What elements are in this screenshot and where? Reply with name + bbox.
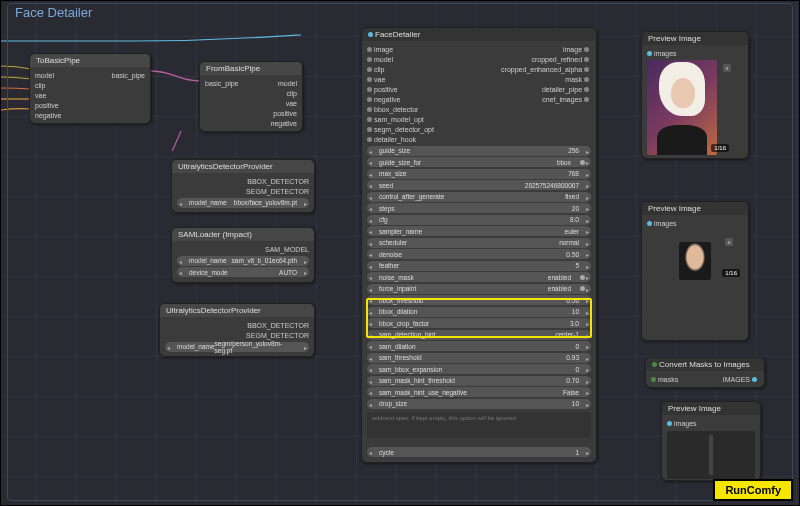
node-header[interactable]: Preview Image bbox=[642, 202, 748, 215]
param-label: model_name bbox=[177, 343, 215, 350]
param-cfg[interactable]: ◂cfg8.0▸ bbox=[367, 215, 591, 225]
param-value: sam_vit_b_01ec64.pth bbox=[232, 257, 297, 264]
node-ultralytics-2[interactable]: UltralyticsDetectorProvider BBOX_DETECTO… bbox=[159, 303, 315, 357]
param-label: scheduler bbox=[379, 239, 407, 246]
brand-badge: RunComfy bbox=[713, 479, 793, 501]
param-cycle[interactable]: ◂cycle1▸ bbox=[367, 447, 591, 457]
param-value: 10 bbox=[572, 400, 579, 407]
port-label: negative bbox=[271, 120, 297, 127]
param-label: guide_size bbox=[379, 147, 410, 154]
param-sam-mask-hint-use-negative[interactable]: ◂sam_mask_hint_use_negativeFalse▸ bbox=[367, 387, 591, 397]
node-ultralytics-1[interactable]: UltralyticsDetectorProvider BBOX_DETECTO… bbox=[171, 159, 315, 213]
preview-image[interactable] bbox=[647, 60, 717, 155]
param-value: 768 bbox=[568, 170, 579, 177]
param-force-inpaint[interactable]: ◂force_inpaintenabled▸ bbox=[367, 284, 591, 294]
image-counter: 1/16 bbox=[722, 269, 740, 277]
param-label: force_inpaint bbox=[379, 285, 416, 292]
node-frombasicpipe[interactable]: FromBasicPipe basic_pipemodel clip vae p… bbox=[199, 61, 303, 132]
param-guide-size-for[interactable]: ◂guide_size_forbbox▸ bbox=[367, 157, 591, 167]
param-value: 0 bbox=[575, 366, 579, 373]
param-value: 10 bbox=[572, 308, 579, 315]
image-counter: 1/16 bbox=[711, 144, 729, 152]
node-facedetailer[interactable]: FaceDetailer imageimage modelcropped_ref… bbox=[361, 27, 597, 463]
param-scheduler[interactable]: ◂schedulernormal▸ bbox=[367, 238, 591, 248]
port-label: images bbox=[654, 50, 677, 57]
param-model-name[interactable]: ◂model_namesegm/person_yolov8m-seg.pt▸ bbox=[165, 342, 309, 352]
param-value: 8.0 bbox=[570, 216, 579, 223]
close-icon[interactable]: x bbox=[725, 238, 733, 246]
preview-image[interactable] bbox=[679, 242, 711, 280]
param-value: normal bbox=[559, 239, 579, 246]
param-sam-bbox-expansion[interactable]: ◂sam_bbox_expansion0▸ bbox=[367, 364, 591, 374]
node-header[interactable]: ToBasicPipe bbox=[30, 54, 150, 67]
port-label: image bbox=[367, 46, 393, 53]
param-value: fixed bbox=[565, 193, 579, 200]
param-noise-mask[interactable]: ◂noise_maskenabled▸ bbox=[367, 272, 591, 282]
node-header[interactable]: FromBasicPipe bbox=[200, 62, 302, 75]
param-model-name[interactable]: ◂model_namesam_vit_b_01ec64.pth▸ bbox=[177, 256, 309, 266]
port-label: basic_pipe bbox=[112, 72, 145, 79]
param-bbox-threshold[interactable]: ◂bbox_threshold0.50▸ bbox=[367, 295, 591, 305]
param-sam-threshold[interactable]: ◂sam_threshold0.93▸ bbox=[367, 353, 591, 363]
param-bbox-crop-factor[interactable]: ◂bbox_crop_factor3.0▸ bbox=[367, 318, 591, 328]
port-label: basic_pipe bbox=[205, 80, 238, 87]
param-steps[interactable]: ◂steps20▸ bbox=[367, 203, 591, 213]
param-value: 20 bbox=[572, 205, 579, 212]
node-preview-2[interactable]: Preview Image images x 1/16 bbox=[641, 201, 749, 341]
node-header[interactable]: UltralyticsDetectorProvider bbox=[172, 160, 314, 173]
param-label: max_size bbox=[379, 170, 406, 177]
param-control-after-generate[interactable]: ◂control_after_generatefixed▸ bbox=[367, 192, 591, 202]
param-bbox-dilation[interactable]: ◂bbox_dilation10▸ bbox=[367, 307, 591, 317]
port-label: SAM_MODEL bbox=[265, 246, 309, 253]
param-guide-size[interactable]: ◂guide_size256▸ bbox=[367, 146, 591, 156]
param-max-size[interactable]: ◂max_size768▸ bbox=[367, 169, 591, 179]
node-preview-3[interactable]: Preview Image images bbox=[661, 401, 761, 481]
node-header[interactable]: Convert Masks to Images bbox=[646, 358, 764, 371]
node-tobasicpipe[interactable]: ToBasicPipe modelbasic_pipe clip vae pos… bbox=[29, 53, 151, 124]
port-label: SEGM_DETECTOR bbox=[246, 332, 309, 339]
port-label: sam_model_opt bbox=[367, 116, 424, 123]
param-label: sam_threshold bbox=[379, 354, 422, 361]
param-value: 0.50 bbox=[566, 297, 579, 304]
param-denoise[interactable]: ◂denoise0.50▸ bbox=[367, 249, 591, 259]
node-header[interactable]: Preview Image bbox=[642, 32, 748, 45]
port-label: model bbox=[367, 56, 393, 63]
node-convert-masks[interactable]: Convert Masks to Images masksIMAGES bbox=[645, 357, 765, 388]
port-label: clip bbox=[35, 82, 46, 89]
param-drop-size[interactable]: ◂drop_size10▸ bbox=[367, 399, 591, 409]
port-label: negative bbox=[367, 96, 400, 103]
param-label: model_name bbox=[189, 199, 227, 206]
wildcard-text[interactable]: wildcard spec; if kept empty, this optio… bbox=[367, 412, 591, 438]
param-value: bbox bbox=[557, 159, 571, 166]
param-sampler-name[interactable]: ◂sampler_nameeuler▸ bbox=[367, 226, 591, 236]
param-label: bbox_dilation bbox=[379, 308, 417, 315]
param-label: model_name bbox=[189, 257, 227, 264]
param-device-mode[interactable]: ◂device_modeAUTO▸ bbox=[177, 267, 309, 277]
port-label: masks bbox=[658, 376, 678, 383]
param-label: feather bbox=[379, 262, 399, 269]
node-header[interactable]: SAMLoader (Impact) bbox=[172, 228, 314, 241]
param-value: AUTO bbox=[279, 269, 297, 276]
param-label: bbox_threshold bbox=[379, 297, 423, 304]
preview-image-empty[interactable] bbox=[667, 431, 755, 479]
port-label: vae bbox=[367, 76, 385, 83]
param-value: 0.70 bbox=[566, 377, 579, 384]
param-feather[interactable]: ◂feather5▸ bbox=[367, 261, 591, 271]
node-header[interactable]: FaceDetailer bbox=[362, 28, 596, 41]
param-seed[interactable]: ◂seed282575246800007▸ bbox=[367, 180, 591, 190]
param-label: noise_mask bbox=[379, 274, 414, 281]
param-sam-dilation[interactable]: ◂sam_dilation0▸ bbox=[367, 341, 591, 351]
param-label: drop_size bbox=[379, 400, 407, 407]
param-sam-detection-hint[interactable]: ◂sam_detection_hintcenter-1▸ bbox=[367, 330, 591, 340]
close-icon[interactable]: x bbox=[723, 64, 731, 72]
param-model-name[interactable]: ◂model_name bbox/face_yolov8m.pt▸ bbox=[177, 198, 309, 208]
param-label: sam_dilation bbox=[379, 343, 416, 350]
port-label: images bbox=[674, 420, 697, 427]
param-label: sampler_name bbox=[379, 228, 422, 235]
node-header[interactable]: UltralyticsDetectorProvider bbox=[160, 304, 314, 317]
node-header[interactable]: Preview Image bbox=[662, 402, 760, 415]
node-preview-1[interactable]: Preview Image images x 1/16 bbox=[641, 31, 749, 159]
param-sam-mask-hint-threshold[interactable]: ◂sam_mask_hint_threshold0.70▸ bbox=[367, 376, 591, 386]
node-samloader[interactable]: SAMLoader (Impact) SAM_MODEL ◂model_name… bbox=[171, 227, 315, 283]
param-label: cfg bbox=[379, 216, 388, 223]
